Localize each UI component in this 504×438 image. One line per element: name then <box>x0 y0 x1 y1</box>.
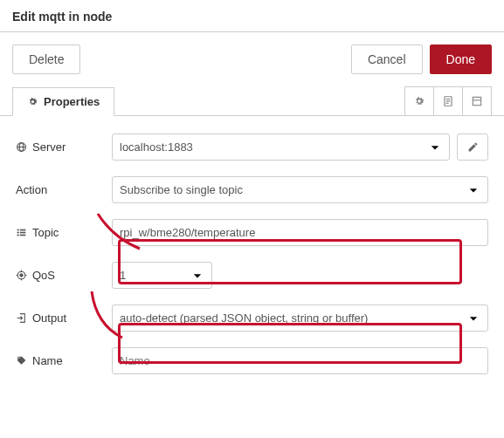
tabs-row: Properties <box>0 86 504 116</box>
server-select[interactable]: localhost:1883 <box>112 133 450 161</box>
svg-point-16 <box>20 274 23 277</box>
done-button[interactable]: Done <box>430 44 492 74</box>
target-icon <box>16 270 27 281</box>
tab-expand-button[interactable] <box>462 86 492 116</box>
tag-icon <box>16 355 27 366</box>
document-icon <box>442 95 454 107</box>
svg-rect-13 <box>17 235 19 236</box>
row-topic: Topic <box>16 219 488 246</box>
dialog-header: Edit mqtt in node <box>0 0 504 32</box>
pencil-icon <box>467 141 479 153</box>
svg-rect-12 <box>20 232 26 234</box>
cancel-button[interactable]: Cancel <box>351 44 423 74</box>
action-select[interactable]: Subscribe to single topic <box>112 176 488 203</box>
edit-server-button[interactable] <box>457 133 488 161</box>
row-qos: QoS 1 <box>16 262 488 289</box>
row-name: Name <box>16 347 488 374</box>
dialog-title: Edit mqtt in node <box>12 10 112 24</box>
row-action: Action Subscribe to single topic <box>16 176 488 203</box>
button-row: Delete Cancel Done <box>0 32 504 86</box>
label-qos: QoS <box>16 269 112 282</box>
tab-properties-label: Properties <box>44 95 100 108</box>
label-topic: Topic <box>16 226 112 239</box>
svg-rect-11 <box>17 232 19 234</box>
label-name: Name <box>16 354 112 367</box>
globe-icon <box>16 141 27 153</box>
svg-rect-4 <box>473 97 480 105</box>
gear-icon <box>27 96 38 107</box>
qos-select[interactable]: 1 <box>112 262 212 289</box>
gear-icon <box>413 95 425 107</box>
svg-rect-9 <box>17 229 19 231</box>
svg-rect-10 <box>20 229 26 231</box>
tab-settings-button[interactable] <box>404 86 434 116</box>
list-icon <box>16 227 27 238</box>
delete-button[interactable]: Delete <box>12 44 80 74</box>
tab-properties[interactable]: Properties <box>12 87 114 116</box>
topic-input[interactable] <box>112 219 488 246</box>
name-input[interactable] <box>112 347 488 374</box>
expand-icon <box>471 95 483 107</box>
tab-document-button[interactable] <box>433 86 463 116</box>
row-server: Server localhost:1883 <box>16 133 488 161</box>
output-icon <box>16 312 27 324</box>
label-output: Output <box>16 311 112 325</box>
label-action: Action <box>16 183 112 196</box>
row-output: Output auto-detect (parsed JSON object, … <box>16 305 488 332</box>
output-select[interactable]: auto-detect (parsed JSON object, string … <box>112 305 488 332</box>
label-server: Server <box>16 140 112 154</box>
svg-rect-14 <box>20 235 26 236</box>
form: Server localhost:1883 Action Subscribe t… <box>0 116 504 407</box>
